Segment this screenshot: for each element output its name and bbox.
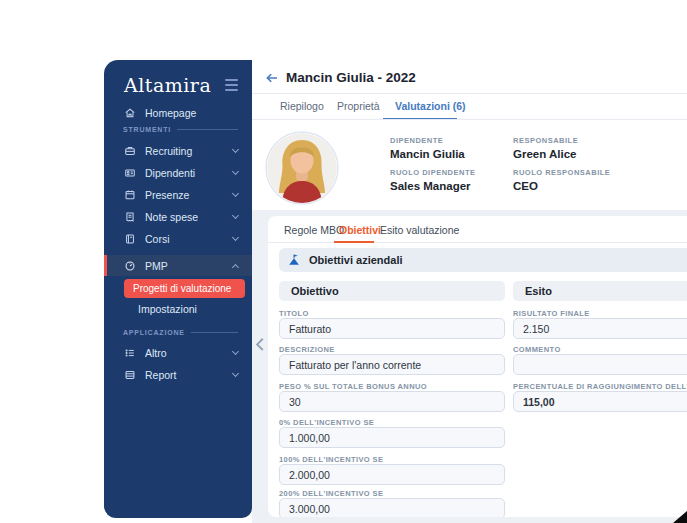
id-card-icon bbox=[124, 167, 136, 179]
profile-field-ruolo-dipendente: RUOLO DIPENDENTE Sales Manager bbox=[390, 168, 476, 192]
subtab-esito-valutazione[interactable]: Esito valutazione bbox=[380, 224, 459, 236]
profile-field-responsabile: RESPONSABILE Green Alice bbox=[513, 136, 578, 160]
sidebar-item-label: Recruiting bbox=[145, 145, 192, 157]
gauge-icon bbox=[124, 260, 136, 272]
calendar-icon bbox=[124, 189, 136, 201]
sidebar-item-label: Corsi bbox=[145, 233, 170, 245]
page-header: Mancin Giulia - 2022 bbox=[252, 62, 687, 93]
chevron-up-icon bbox=[232, 263, 239, 270]
evaluation-section: Regole MBO Obiettivi Esito valutazione O… bbox=[252, 210, 687, 523]
field-input-descrizione[interactable] bbox=[279, 354, 505, 375]
collapse-panel-icon[interactable] bbox=[253, 336, 267, 354]
sidebar-item-altro[interactable]: Altro bbox=[104, 342, 252, 363]
sidebar-subitem-impostazioni[interactable]: Impostazioni bbox=[138, 303, 197, 317]
chevron-down-icon bbox=[232, 234, 239, 241]
sidebar: Altamira Homepage STRUMENTI Recruiting D… bbox=[104, 60, 252, 518]
field-label-risultato-finale: RISULTATO FINALE bbox=[513, 309, 590, 318]
field-input-peso-bonus[interactable] bbox=[279, 391, 505, 412]
home-icon bbox=[124, 107, 136, 119]
chevron-down-icon bbox=[232, 190, 239, 197]
field-label-titolo: TITOLO bbox=[279, 309, 309, 318]
sidebar-item-homepage[interactable]: Homepage bbox=[104, 102, 252, 123]
sidebar-item-pmp[interactable]: PMP bbox=[104, 255, 252, 276]
sidebar-subitem-progetti-di-valutazione[interactable]: Progetti di valutazione bbox=[124, 279, 245, 298]
field-input-risultato-finale[interactable] bbox=[513, 318, 687, 339]
briefcase-icon bbox=[124, 145, 136, 157]
chevron-down-icon bbox=[232, 348, 239, 355]
sidebar-item-corsi[interactable]: Corsi bbox=[104, 228, 252, 249]
sidebar-item-recruiting[interactable]: Recruiting bbox=[104, 140, 252, 161]
tab-riepilogo[interactable]: Riepilogo bbox=[280, 100, 324, 112]
field-input-incentivo-0[interactable] bbox=[279, 427, 505, 448]
receipt-icon bbox=[124, 211, 136, 223]
field-input-percentuale-raggiungimento[interactable] bbox=[513, 391, 687, 412]
subtab-bar: Regole MBO Obiettivi Esito valutazione bbox=[268, 216, 687, 243]
field-input-incentivo-100[interactable] bbox=[279, 464, 505, 485]
tab-proprieta[interactable]: Proprietà bbox=[337, 100, 380, 112]
subtab-regole-mbo[interactable]: Regole MBO bbox=[284, 224, 344, 236]
field-input-titolo[interactable] bbox=[279, 318, 505, 339]
sidebar-item-note-spese[interactable]: Note spese bbox=[104, 206, 252, 227]
sidebar-item-label: Dipendenti bbox=[145, 167, 195, 179]
obiettivi-aziendali-banner: Obiettivi aziendali bbox=[279, 248, 687, 272]
back-arrow-icon[interactable] bbox=[265, 71, 279, 85]
avatar bbox=[265, 131, 339, 205]
report-icon bbox=[124, 369, 136, 381]
banner-title: Obiettivi aziendali bbox=[309, 254, 403, 266]
active-subtab-underline bbox=[334, 241, 374, 243]
chevron-down-icon bbox=[232, 146, 239, 153]
evaluation-panel: Regole MBO Obiettivi Esito valutazione O… bbox=[268, 216, 687, 517]
profile-field-dipendente: DIPENDENTE Mancin Giulia bbox=[390, 136, 465, 160]
sidebar-item-label: PMP bbox=[145, 260, 168, 272]
tab-valutazioni[interactable]: Valutazioni (6) bbox=[395, 100, 466, 112]
profile-field-ruolo-responsabile: RUOLO RESPONSABILE CEO bbox=[513, 168, 610, 192]
sidebar-section-applicazione: APPLICAZIONE bbox=[104, 326, 252, 338]
field-input-commento[interactable] bbox=[513, 354, 687, 375]
sidebar-section-strumenti: STRUMENTI bbox=[104, 123, 252, 135]
book-icon bbox=[124, 233, 136, 245]
sidebar-item-label: Report bbox=[145, 369, 177, 381]
sidebar-item-label: Presenze bbox=[145, 189, 189, 201]
main-content: Mancin Giulia - 2022 Riepilogo Proprietà… bbox=[252, 62, 687, 523]
chevron-down-icon bbox=[232, 168, 239, 175]
field-label-commento: COMMENTO bbox=[513, 345, 561, 354]
column-header-esito: Esito bbox=[513, 281, 687, 301]
field-label-incentivo-100: 100% DELL'INCENTIVO SE bbox=[279, 455, 383, 464]
field-label-incentivo-200: 200% DELL'INCENTIVO SE bbox=[279, 489, 383, 498]
column-header-obiettivo: Obiettivo bbox=[279, 281, 505, 301]
field-label-incentivo-0: 0% DELL'INCENTIVO SE bbox=[279, 418, 374, 427]
sidebar-item-report[interactable]: Report bbox=[104, 364, 252, 385]
page-title: Mancin Giulia - 2022 bbox=[286, 70, 416, 85]
field-label-peso-bonus: PESO % SUL TOTALE BONUS ANNUO bbox=[279, 382, 427, 391]
menu-icon[interactable] bbox=[225, 79, 238, 90]
field-input-incentivo-200[interactable] bbox=[279, 498, 505, 517]
sidebar-item-label: Altro bbox=[145, 347, 167, 359]
sidebar-item-dipendenti[interactable]: Dipendenti bbox=[104, 162, 252, 183]
altamira-logo: Altamira bbox=[124, 74, 211, 96]
field-label-descrizione: DESCRIZIONE bbox=[279, 345, 335, 354]
field-label-percentuale-raggiungimento: PERCENTUALE DI RAGGIUNGIMENTO DELL'OBIET… bbox=[513, 382, 687, 391]
sidebar-item-label: Note spese bbox=[145, 211, 198, 223]
list-icon bbox=[124, 347, 136, 359]
chevron-down-icon bbox=[232, 212, 239, 219]
chevron-down-icon bbox=[232, 370, 239, 377]
sidebar-item-presenze[interactable]: Presenze bbox=[104, 184, 252, 205]
divider bbox=[252, 119, 687, 120]
tab-bar: Riepilogo Proprietà Valutazioni (6) bbox=[252, 94, 687, 120]
sidebar-item-label: Homepage bbox=[145, 107, 196, 119]
subtab-obiettivi[interactable]: Obiettivi bbox=[339, 224, 381, 236]
goal-flag-icon bbox=[287, 253, 301, 267]
